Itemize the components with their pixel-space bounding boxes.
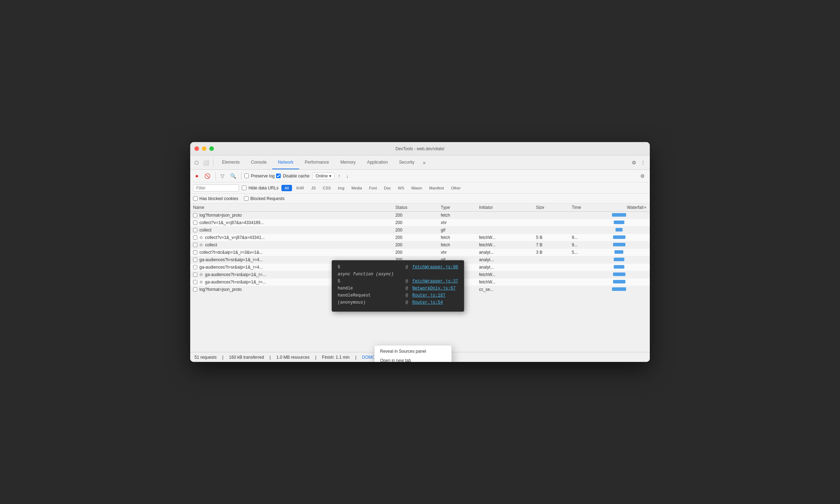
has-blocked-cookies-label: Has blocked cookies — [193, 196, 238, 201]
toolbar: ● 🚫 ▽ 🔍 Preserve log Disable cache Onlin… — [190, 170, 650, 182]
minimize-button[interactable] — [202, 146, 206, 151]
row-waterfall — [607, 264, 650, 271]
row-size — [533, 279, 569, 286]
filter-tab-css[interactable]: CSS — [320, 185, 334, 191]
filter-tab-media[interactable]: Media — [348, 185, 365, 191]
row-size — [533, 271, 569, 279]
maximize-button[interactable] — [209, 146, 214, 151]
row-name: log?format=json_proto — [199, 287, 242, 292]
row-checkbox[interactable] — [193, 235, 197, 240]
filter-tab-manifest[interactable]: Manifest — [426, 185, 447, 191]
tab-memory[interactable]: Memory — [335, 156, 361, 169]
tab-elements[interactable]: Elements — [216, 156, 245, 169]
row-type: gif — [438, 227, 476, 234]
stack-link[interactable]: Router.js:187 — [412, 293, 445, 298]
row-checkbox[interactable] — [193, 243, 197, 247]
ctx-open-new-tab[interactable]: Open in new tab — [374, 356, 451, 362]
gear-icon: ⚙ — [199, 272, 203, 277]
row-initiator — [476, 227, 533, 234]
table-row[interactable]: log?format=json_proto 200 fetch — [190, 212, 650, 219]
col-waterfall[interactable]: Waterfall ▲ — [607, 204, 650, 212]
col-status[interactable]: Status — [392, 204, 438, 212]
cursor-icon[interactable]: ⬡ — [193, 158, 200, 167]
row-size — [533, 256, 569, 264]
row-name: ga-audiences?t=sr&aip=1&_r=... — [205, 280, 266, 285]
tab-performance[interactable]: Performance — [299, 156, 335, 169]
nav-icons: ⬡ ⬜ — [193, 158, 214, 167]
row-initiator: analyt... — [476, 264, 533, 271]
row-type: xhr — [438, 249, 476, 256]
ctx-reveal-sources[interactable]: Reveal in Sources panel — [374, 347, 451, 356]
record-button[interactable]: ● — [193, 171, 201, 181]
stack-line-5: handleRequest @ Router.js:187 — [338, 293, 458, 298]
row-checkbox[interactable] — [193, 280, 197, 284]
stack-link[interactable]: NetworkOnly.js:67 — [412, 286, 455, 291]
filter-tab-ws[interactable]: WS — [395, 185, 408, 191]
stack-link[interactable]: fetchWrapper.js:37 — [412, 279, 458, 284]
col-size[interactable]: Size — [533, 204, 569, 212]
disable-cache-label: Disable cache — [276, 174, 309, 178]
more-menu-icon[interactable]: ⋮ — [639, 158, 647, 167]
col-initiator[interactable]: Initiator — [476, 204, 533, 212]
more-tabs-icon[interactable]: » — [420, 156, 428, 169]
filter-tab-other[interactable]: Other — [448, 185, 464, 191]
network-settings-button[interactable]: ⚙ — [638, 172, 647, 180]
filter-tab-doc[interactable]: Doc — [381, 185, 394, 191]
checkbox-bar: Has blocked cookies Blocked Requests — [190, 194, 650, 204]
filter-tab-font[interactable]: Font — [366, 185, 380, 191]
status-transferred: 160 kB transferred — [229, 355, 264, 360]
filter-tab-img[interactable]: Img — [335, 185, 348, 191]
filter-tab-js[interactable]: JS — [308, 185, 319, 191]
has-blocked-cookies-checkbox[interactable] — [193, 196, 198, 201]
hide-data-urls-checkbox[interactable] — [242, 186, 246, 190]
filter-tab-xhr[interactable]: XHR — [293, 185, 307, 191]
col-name[interactable]: Name — [190, 204, 392, 212]
row-checkbox[interactable] — [193, 272, 197, 277]
row-size: 7 B — [533, 241, 569, 249]
tab-application[interactable]: Application — [361, 156, 393, 169]
tab-console[interactable]: Console — [245, 156, 272, 169]
stack-link[interactable]: Router.js:54 — [412, 300, 443, 305]
row-checkbox[interactable] — [193, 213, 197, 217]
tab-network[interactable]: Network — [272, 156, 299, 169]
table-row[interactable]: collect 200 gif — [190, 227, 650, 234]
gear-icon: ⚙ — [199, 280, 203, 285]
stack-fn-async: async function (async) — [338, 272, 401, 277]
device-icon[interactable]: ⬜ — [202, 158, 210, 167]
filter-tab-all[interactable]: All — [281, 185, 292, 191]
stack-link[interactable]: fetchWrapper.js:98 — [412, 265, 458, 270]
table-row[interactable]: collect?t=dc&aip=1&_r=3&v=1&... 200 xhr … — [190, 249, 650, 256]
status-sep: | — [222, 355, 223, 360]
row-name: ga-audiences?t=sr&aip=1&_r=... — [205, 272, 266, 277]
network-throttle[interactable]: Online ▾ — [312, 172, 334, 180]
disable-cache-checkbox[interactable] — [276, 174, 281, 178]
row-checkbox[interactable] — [193, 221, 197, 225]
row-checkbox[interactable] — [193, 287, 197, 292]
row-checkbox[interactable] — [193, 265, 197, 269]
table-row[interactable]: collect?v=1&_v=j87&a=4334189... 200 xhr — [190, 219, 650, 227]
upload-button[interactable]: ↑ — [336, 172, 343, 180]
col-time[interactable]: Time — [569, 204, 607, 212]
row-type: fetch — [438, 234, 476, 241]
filter-button[interactable]: ▽ — [218, 172, 227, 180]
settings-icon[interactable]: ⚙ — [630, 158, 638, 167]
blocked-requests-checkbox[interactable] — [244, 196, 249, 201]
row-checkbox[interactable] — [193, 250, 197, 254]
table-row[interactable]: ⚙collect?v=1&_v=j87&a=43341... 200 fetch… — [190, 234, 650, 241]
row-checkbox[interactable] — [193, 228, 197, 232]
col-type[interactable]: Type — [438, 204, 476, 212]
filter-input[interactable] — [193, 184, 239, 192]
row-time — [569, 256, 607, 264]
preserve-log-checkbox[interactable] — [244, 174, 249, 178]
nav-tabs: Elements Console Network Performance Mem… — [216, 156, 630, 169]
row-waterfall — [607, 256, 650, 264]
search-button[interactable]: 🔍 — [228, 172, 238, 180]
row-waterfall — [607, 271, 650, 279]
download-button[interactable]: ↓ — [344, 172, 351, 180]
table-row[interactable]: ⚙collect 200 fetch fetchW... 7 B 9... — [190, 241, 650, 249]
close-button[interactable] — [194, 146, 199, 151]
clear-button[interactable]: 🚫 — [202, 172, 212, 180]
row-checkbox[interactable] — [193, 258, 197, 262]
tab-security[interactable]: Security — [393, 156, 420, 169]
filter-tab-wasm[interactable]: Wasm — [408, 185, 425, 191]
